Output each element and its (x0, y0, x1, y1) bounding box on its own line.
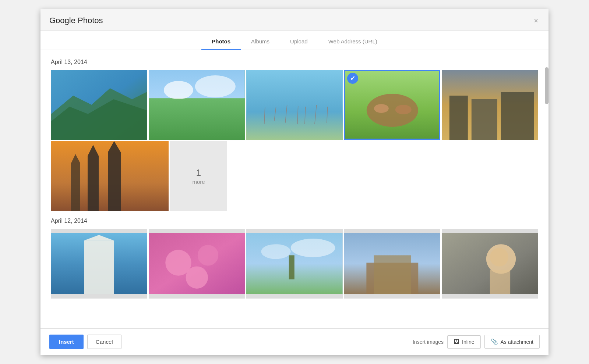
dialog-footer: Insert Cancel Insert images 🖼 Inline 📎 A… (40, 328, 549, 355)
svg-point-5 (195, 75, 235, 97)
attachment-label: As attachment (501, 339, 534, 345)
dialog-header: Google Photos × (40, 9, 549, 31)
tab-photos[interactable]: Photos (201, 34, 241, 50)
more-count: 1 (196, 168, 201, 178)
photo-item-more[interactable]: 1 more (170, 141, 227, 211)
svg-rect-19 (449, 96, 468, 140)
photo-item[interactable] (51, 229, 147, 299)
photo-item[interactable] (246, 70, 343, 140)
tab-upload[interactable]: Upload (280, 34, 318, 50)
content-area: April 13, 2014 (40, 50, 549, 328)
paperclip-icon: 📎 (491, 338, 498, 345)
photo-row-3 (51, 229, 538, 289)
date-label-april13: April 13, 2014 (51, 59, 538, 65)
inline-label: Inline (462, 339, 474, 345)
svg-rect-30 (84, 240, 114, 294)
photo-item[interactable] (344, 229, 441, 299)
photo-item-selected[interactable]: ✓ (344, 70, 441, 140)
svg-point-16 (374, 104, 389, 113)
date-label-april12: April 12, 2014 (51, 218, 538, 224)
svg-point-35 (186, 267, 208, 289)
google-photos-dialog: Google Photos × Photos Albums Upload Web… (40, 9, 549, 355)
photo-item[interactable] (442, 229, 538, 299)
svg-rect-46 (490, 270, 510, 294)
dialog-title: Google Photos (49, 16, 103, 31)
photo-item[interactable] (51, 70, 147, 140)
svg-point-4 (163, 81, 193, 99)
attachment-button[interactable]: 📎 As attachment (484, 335, 540, 349)
svg-rect-6 (247, 70, 342, 140)
image-icon: 🖼 (454, 339, 459, 345)
date-section-april13: April 13, 2014 (51, 59, 538, 211)
scrollbar-thumb[interactable] (545, 67, 549, 104)
footer-insert-options: Insert images 🖼 Inline 📎 As attachment (413, 335, 540, 349)
tabs-bar: Photos Albums Upload Web Address (URL) (40, 31, 549, 50)
svg-point-17 (395, 105, 412, 114)
svg-point-38 (261, 244, 290, 259)
svg-rect-39 (289, 255, 294, 279)
svg-rect-27 (71, 163, 80, 211)
svg-rect-23 (88, 156, 99, 211)
close-button[interactable]: × (532, 17, 540, 24)
more-label: more (192, 179, 205, 185)
footer-actions: Insert Cancel (49, 335, 121, 349)
photo-item[interactable] (246, 229, 343, 299)
photo-item[interactable] (149, 229, 245, 299)
tab-albums[interactable]: Albums (241, 34, 280, 50)
svg-point-34 (197, 245, 218, 265)
svg-rect-21 (501, 92, 534, 140)
photo-item[interactable] (149, 70, 245, 140)
tab-url[interactable]: Web Address (URL) (318, 34, 388, 50)
photo-row-1: ✓ (51, 70, 538, 140)
photo-item[interactable] (51, 141, 169, 211)
svg-point-37 (291, 239, 335, 257)
selected-checkmark: ✓ (347, 73, 358, 84)
svg-rect-42 (374, 255, 411, 294)
svg-rect-25 (108, 152, 121, 211)
svg-rect-20 (472, 99, 497, 140)
cancel-button[interactable]: Cancel (87, 335, 121, 349)
insert-images-label: Insert images (413, 339, 444, 345)
photo-item[interactable] (442, 70, 538, 140)
svg-point-45 (490, 248, 508, 266)
date-section-april12: April 12, 2014 (51, 218, 538, 289)
inline-button[interactable]: 🖼 Inline (447, 335, 480, 349)
photo-row-2: 1 more (51, 141, 538, 211)
insert-button[interactable]: Insert (49, 335, 84, 349)
more-overlay[interactable]: 1 more (170, 141, 227, 211)
